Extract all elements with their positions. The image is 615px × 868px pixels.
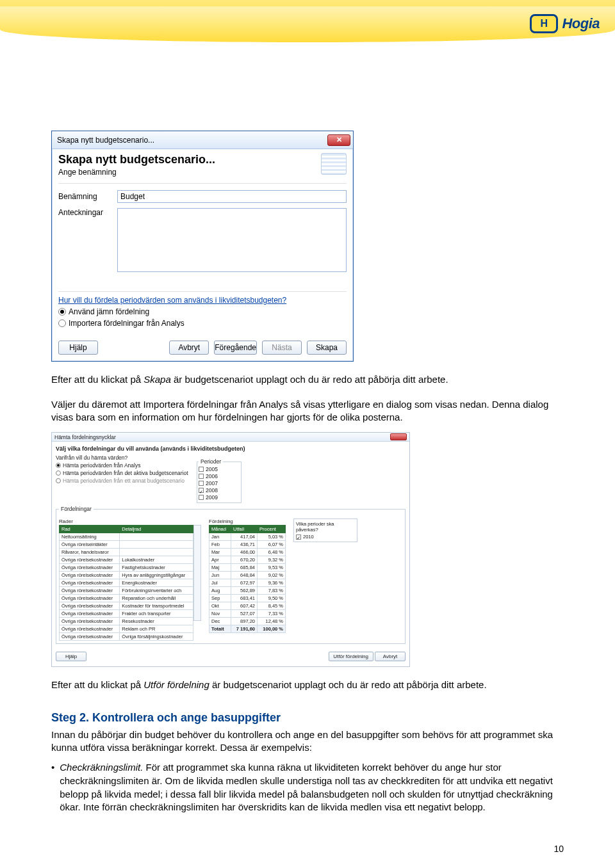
scrollbar-icon[interactable] <box>193 525 201 621</box>
fordelningar-group: Fördelningar Rader RadDetaljradNettoomsä… <box>56 506 406 644</box>
logo-mark: H <box>530 14 558 33</box>
radio-even-label: Använd jämn fördelning <box>69 307 149 316</box>
page-header: H Hogia <box>0 0 615 60</box>
fetch-distribution-dialog: Hämta fördelningsnycklar Välj vilka förd… <box>51 432 410 667</box>
dialog-heading: Skapa nytt budgetscenario... <box>58 153 215 166</box>
input-benamning[interactable] <box>117 190 347 203</box>
periods-legend: Perioder <box>199 458 223 465</box>
fordelning-table[interactable]: MånadUtfallProcentJan417,045,03 %Feb436,… <box>209 525 286 633</box>
paragraph-import-info: Väljer du däremot att Importera fördelni… <box>51 398 564 424</box>
close-button[interactable]: ✕ <box>327 134 350 146</box>
dialog-window-title: Skapa nytt budgetscenario... <box>57 136 154 145</box>
dialog-titlebar: Skapa nytt budgetscenario... ✕ <box>52 131 353 149</box>
affected-periods-box: Vilka perioder ska påverkas? 2010 <box>293 518 357 542</box>
label-anteckningar: Anteckningar <box>58 208 117 217</box>
help-button[interactable]: Hjälp <box>58 341 98 355</box>
affected-periods-label: Vilka perioder ska påverkas? <box>296 521 355 533</box>
dialog2-instruction: Välj vilka fördelningar du vill använda … <box>56 446 406 452</box>
dialog-subheading: Ange benämning <box>58 168 215 177</box>
input-anteckningar[interactable] <box>117 208 347 272</box>
dialog2-titlebar: Hämta fördelningsnycklar <box>52 433 409 442</box>
header-wave-highlight <box>0 6 615 46</box>
year-checkbox[interactable] <box>199 467 204 472</box>
radio-from-other-label: Hämta periodvärden från ett annat budget… <box>63 478 184 484</box>
bullet-item: • Checkräkningslimit. För att programmet… <box>51 761 564 814</box>
paragraph-after-dialog2: Efter att du klickat på Utför fördelning… <box>51 679 564 692</box>
year-checkbox[interactable] <box>199 474 204 479</box>
page-number: 10 <box>554 844 564 854</box>
paragraph-after-dialog1: Efter att du klickat på Skapa är budgets… <box>51 373 564 387</box>
radio-import-label: Importera fördelningar från Analys <box>69 319 184 328</box>
bullet-marker: • <box>51 761 54 814</box>
radio-import-analys[interactable] <box>58 319 66 327</box>
logo-text: Hogia <box>562 15 600 32</box>
fordelning-label: Fördelning <box>209 518 286 524</box>
year-checkbox[interactable] <box>199 481 204 486</box>
rader-label: Rader <box>59 518 201 524</box>
link-fordelning-question[interactable]: Hur vill du fördela periodvärden som anv… <box>58 296 286 305</box>
dialog2-window-title: Hämta fördelningsnycklar <box>54 434 116 440</box>
affected-year-checkbox[interactable] <box>296 534 301 540</box>
radio-from-other[interactable] <box>56 478 61 483</box>
step2-heading: Steg 2. Kontrollera och ange basuppgifte… <box>51 711 564 725</box>
radio-from-active[interactable] <box>56 470 61 476</box>
create-budget-dialog: Skapa nytt budgetscenario... ✕ Skapa nyt… <box>51 131 354 362</box>
year-checkbox[interactable] <box>199 495 204 500</box>
rader-table[interactable]: RadDetaljradNettoomsättningÖvriga rörels… <box>59 525 193 641</box>
logo: H Hogia <box>530 14 600 33</box>
label-benamning: Benämning <box>58 192 117 201</box>
document-icon <box>321 153 347 175</box>
previous-button[interactable]: Föregående <box>214 341 257 355</box>
periods-group: Perioder 2005 2006 2007 2008 2009 <box>197 458 242 503</box>
fordelningar-legend: Fördelningar <box>59 506 94 512</box>
close-button[interactable] <box>390 433 407 440</box>
radio-from-active-label: Hämta periodvärden från det aktiva budge… <box>63 470 188 476</box>
next-button[interactable]: Nästa <box>262 341 302 355</box>
create-button[interactable]: Skapa <box>307 341 347 355</box>
year-checkbox[interactable] <box>199 488 204 493</box>
cancel-button[interactable]: Avbryt <box>169 341 209 355</box>
radio-from-analys-label: Hämta periodvärden från Analys <box>63 462 140 469</box>
bullet-term: Checkräkningslimit. <box>60 762 143 773</box>
radio-from-analys[interactable] <box>56 463 61 468</box>
radio-even-distribution[interactable] <box>58 308 66 316</box>
cancel-button[interactable]: Avbryt <box>375 652 406 661</box>
help-button[interactable]: Hjälp <box>56 652 86 661</box>
execute-distribution-button[interactable]: Utför fördelning <box>329 652 373 661</box>
close-icon: ✕ <box>336 136 342 144</box>
step2-paragraph: Innan du påbörjar din budget behöver du … <box>51 728 564 755</box>
